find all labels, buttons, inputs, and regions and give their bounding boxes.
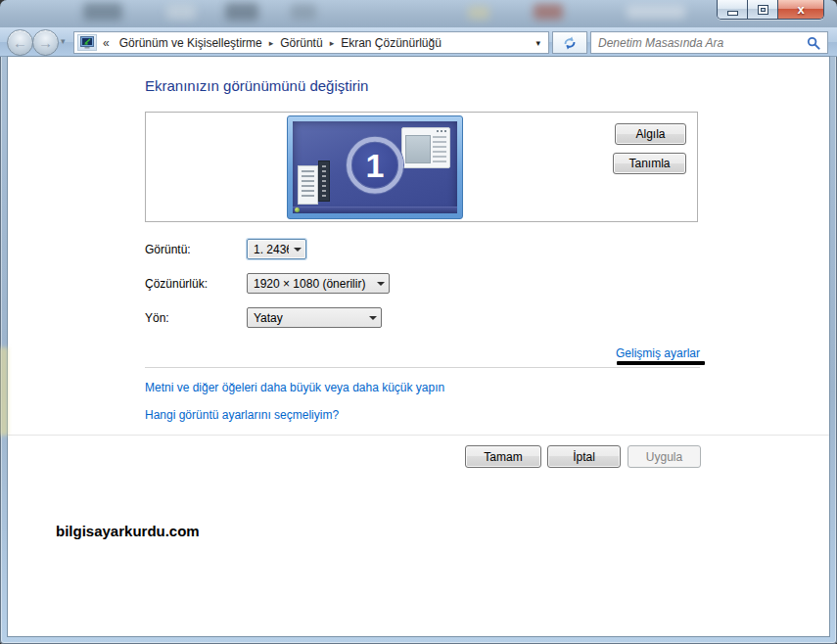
divider	[145, 367, 700, 368]
caption-button-group: x	[717, 0, 824, 20]
monitor-number-badge: 1	[347, 137, 403, 194]
annotation-underline	[617, 361, 705, 365]
monitor-preview-1[interactable]: 1	[287, 115, 463, 219]
start-orb-icon	[295, 207, 300, 212]
breadcrumb-item-appearance[interactable]: Görünüm ve Kişiselleştirme	[115, 36, 267, 50]
aero-blur-blob	[83, 3, 122, 21]
chevron-down-icon	[372, 274, 389, 293]
taskbar-thumbnail	[293, 207, 457, 213]
window-pane	[405, 135, 431, 163]
advanced-settings-link[interactable]: Gelişmiş ayarlar	[616, 346, 700, 360]
display-select[interactable]: 1. 2436	[247, 239, 306, 259]
window-thumbnail	[401, 127, 450, 168]
aero-blur-blob	[627, 5, 685, 19]
display-select-value: 1. 2436	[248, 243, 289, 256]
start-menu-thumbnail	[298, 165, 318, 205]
chevron-down-icon	[289, 240, 305, 258]
identify-button[interactable]: Tanımla	[613, 153, 686, 174]
back-arrow-icon: ←	[13, 34, 27, 51]
orientation-select-value: Yatay	[248, 311, 364, 325]
display-field-label: Görüntü:	[145, 243, 191, 256]
display-settings-icon	[77, 34, 97, 51]
resolution-select[interactable]: 1920 × 1080 (önerilir)	[247, 273, 390, 294]
address-bar[interactable]: « Görünüm ve Kişiselleştirme ▸ Görüntü ▸…	[73, 31, 549, 54]
start-menu-lines	[302, 170, 314, 200]
cancel-button[interactable]: İptal	[547, 445, 621, 468]
aero-blur-blob	[534, 4, 563, 20]
recent-pages-dropdown[interactable]: ▾	[61, 36, 66, 46]
minimize-button[interactable]	[718, 0, 748, 19]
search-input[interactable]	[591, 36, 800, 50]
window-menu-dots	[437, 130, 446, 132]
page-title: Ekranınızın görünümünü değiştirin	[145, 77, 368, 94]
detect-button[interactable]: Algıla	[615, 123, 686, 145]
navigation-bar: ← → ▾ « Görünüm ve Kişiselleştirme ▸ Gör…	[0, 27, 837, 57]
start-menu-lines	[322, 165, 326, 197]
aero-blur-blob	[225, 3, 258, 21]
breadcrumb-overflow-chevron[interactable]: «	[103, 36, 110, 50]
address-dropdown-icon[interactable]: ▾	[528, 38, 548, 48]
breadcrumb-item-resolution[interactable]: Ekran Çözünürlüğü	[336, 36, 446, 50]
breadcrumb-separator-icon[interactable]: ▸	[267, 38, 276, 48]
orientation-field-label: Yön:	[145, 311, 169, 325]
window-text-lines	[433, 136, 446, 163]
footer-divider	[8, 435, 829, 436]
close-icon: x	[797, 1, 804, 19]
chevron-down-icon	[364, 308, 381, 327]
aero-blur-blob	[291, 4, 316, 20]
refresh-button[interactable]	[552, 31, 587, 54]
watermark-text: bilgisayarkurdu.com	[56, 523, 200, 539]
search-box	[590, 31, 828, 54]
titlebar: x	[0, 0, 837, 27]
aero-blur-blob	[166, 4, 196, 20]
screen-resolution-window: x ← → ▾ « Görünüm ve Kişiselleştirme	[0, 0, 837, 644]
make-text-bigger-link[interactable]: Metni ve diğer öğeleri daha büyük veya d…	[145, 381, 444, 394]
which-settings-link[interactable]: Hangi görüntü ayarlarını seçmeliyim?	[145, 408, 339, 422]
start-menu-dark-column	[318, 161, 330, 202]
frame-accent-blob	[0, 347, 8, 436]
minimize-icon	[728, 12, 737, 15]
resolution-select-value: 1920 × 1080 (önerilir)	[248, 277, 372, 291]
main-content: Ekranınızın görünümünü değiştirin 1	[8, 57, 829, 636]
ok-button[interactable]: Tamam	[465, 445, 541, 468]
breadcrumb-separator-icon[interactable]: ▸	[328, 38, 337, 48]
monitor-screen: 1	[293, 121, 457, 213]
maximize-button[interactable]	[748, 0, 778, 19]
monitor-preview-panel: 1 Algıla Tanımla	[145, 112, 698, 222]
refresh-icon	[562, 35, 578, 51]
apply-button[interactable]: Uygula	[628, 445, 701, 468]
search-icon[interactable]	[800, 36, 827, 50]
maximize-icon	[759, 6, 767, 14]
close-button[interactable]: x	[778, 0, 823, 19]
forward-arrow-icon: →	[38, 34, 53, 51]
breadcrumb-item-display[interactable]: Görüntü	[275, 36, 327, 50]
back-button[interactable]: ←	[7, 29, 33, 56]
forward-button[interactable]: →	[32, 29, 59, 56]
orientation-select[interactable]: Yatay	[247, 307, 382, 328]
resolution-field-label: Çözünürlük:	[145, 277, 208, 291]
aero-blur-blob	[468, 6, 489, 20]
